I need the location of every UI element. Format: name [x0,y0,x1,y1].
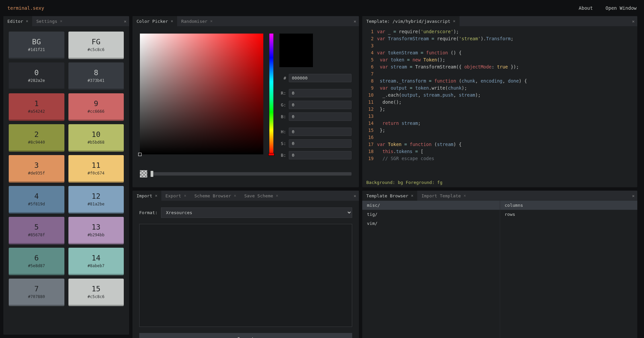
format-select[interactable]: Xresources [161,207,352,218]
line-content: // SGR escape codes [377,155,434,162]
sv-area[interactable] [140,34,263,154]
swatch-4[interactable]: 4#5f819d [9,186,64,213]
close-icon[interactable]: × [210,19,212,23]
tab-import-3[interactable]: Save Scheme× [240,191,282,201]
swatch-14[interactable]: 14#8abeb7 [68,248,124,275]
hue-slider[interactable] [269,34,273,154]
close-icon[interactable]: × [632,16,635,26]
tab-template[interactable]: Template: /vim/hybrid/javascript × [362,16,460,26]
swatch-id: 9 [94,99,98,108]
tab-tbrowser-1[interactable]: Import Template× [417,191,470,201]
tab-import-0[interactable]: Import× [132,191,161,201]
close-icon[interactable]: × [60,19,62,23]
list-item[interactable]: rows [500,210,638,219]
close-icon[interactable]: × [124,16,126,26]
h-input[interactable] [289,128,352,136]
code-line: 6 var stream = TransformStream({ objectM… [362,63,637,70]
close-icon[interactable]: × [453,19,455,23]
swatch-hex: #282a2e [28,78,45,83]
line-content: var output = token.write(chunk); [377,85,467,92]
close-icon[interactable]: × [26,19,28,23]
tab-editor-0[interactable]: Editor× [3,16,32,26]
tab-import-1[interactable]: Export× [161,191,190,201]
line-content: stream._transform = function (chunk, enc… [377,78,527,85]
list-item[interactable]: tig/ [362,210,500,219]
b-input[interactable] [289,112,352,121]
swatch-id: 2 [34,130,39,139]
swatch-id: 6 [34,254,39,262]
list-item[interactable]: columns [500,201,638,210]
swatch-id: 15 [92,285,101,293]
editor-panel: Editor×Settings×× BG#1d1f21FG#c5c8c60#28… [3,16,129,335]
swatch-id: 1 [34,99,39,108]
close-icon[interactable]: × [276,193,278,198]
r-input[interactable] [289,89,352,97]
swatch-id: 8 [94,68,98,77]
list-item[interactable]: vim/ [362,219,500,228]
swatch-hex: #373b41 [88,78,105,83]
close-icon[interactable]: × [464,193,466,198]
line-number: 9 [362,85,377,92]
g-label: G: [279,102,286,107]
line-number: 3 [362,42,377,49]
swatch-12[interactable]: 12#81a2be [68,186,124,213]
swatch-7[interactable]: 7#707880 [9,279,64,306]
swatch-13[interactable]: 13#b294bb [68,217,124,244]
alpha-thumb[interactable] [151,171,153,177]
swatch-15[interactable]: 15#c5c8c6 [68,279,124,306]
close-icon[interactable]: × [171,19,173,23]
swatch-5[interactable]: 5#85678f [9,217,64,244]
line-content: }; [377,106,385,113]
template-panel: Template: /vim/hybrid/javascript × × 1va… [362,16,637,187]
tab-import-2[interactable]: Scheme Browser× [190,191,240,201]
line-content: var stream = TransformStream({ objectMod… [377,63,519,70]
code-area[interactable]: 1var _ = require('underscore');2var Tran… [362,26,637,179]
code-line: 11 done(); [362,99,637,106]
close-icon[interactable]: × [632,191,635,201]
tab-picker-1[interactable]: Randomiser× [177,16,217,26]
alpha-swatch [140,170,147,178]
line-number: 15 [362,127,377,134]
tab-editor-1[interactable]: Settings× [32,16,66,26]
tab-tbrowser-0[interactable]: Template Browser× [362,191,417,201]
close-icon[interactable]: × [354,191,356,201]
swatch-id: 11 [92,161,101,170]
swatch-BG[interactable]: BG#1d1f21 [9,32,64,59]
g-input[interactable] [289,101,352,109]
sv-cursor[interactable] [138,153,142,156]
close-icon[interactable]: × [155,193,157,198]
tab-label: Editor [7,19,23,24]
swatch-3[interactable]: 3#de935f [9,155,64,183]
open-window-link[interactable]: Open Window [605,5,637,11]
swatch-1[interactable]: 1#a54242 [9,93,64,121]
code-line: 18 this.tokens = [ [362,148,637,155]
close-icon[interactable]: × [354,16,356,26]
topbar: terminal.sexy About Open Window [0,0,644,16]
swatch-10[interactable]: 10#b5bd68 [68,124,124,152]
import-textarea[interactable] [139,224,352,327]
close-icon[interactable]: × [184,193,186,198]
hex-input[interactable] [289,74,352,82]
swatch-0[interactable]: 0#282a2e [9,62,64,90]
swatch-hex: #5f819d [28,202,45,206]
s-input[interactable] [289,139,352,148]
swatch-id: FG [92,38,101,46]
close-icon[interactable]: × [234,193,236,198]
close-icon[interactable]: × [411,193,413,198]
swatch-9[interactable]: 9#cc6666 [68,93,124,121]
about-link[interactable]: About [579,5,593,11]
import-button[interactable]: Import [139,333,352,338]
swatch-id: 4 [34,192,39,200]
hue-handle[interactable] [268,153,274,156]
swatch-FG[interactable]: FG#c5c8c6 [68,32,124,59]
line-content: var Token = function (stream) { [377,141,462,148]
line-content: var _ = require('underscore'); [377,28,459,35]
tab-picker-0[interactable]: Color Picker× [132,16,177,26]
list-item[interactable]: misc/ [362,201,500,210]
swatch-6[interactable]: 6#5e8d87 [9,248,64,275]
v-input[interactable] [289,151,352,159]
swatch-2[interactable]: 2#8c9440 [9,124,64,152]
swatch-11[interactable]: 11#f0c674 [68,155,124,183]
alpha-slider[interactable] [151,172,352,176]
swatch-8[interactable]: 8#373b41 [68,62,124,90]
